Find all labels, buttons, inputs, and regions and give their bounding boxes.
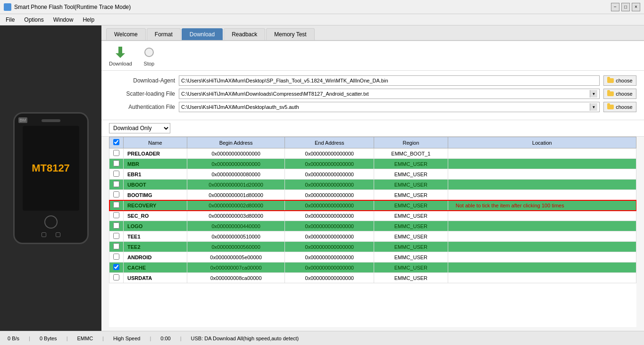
menu-file[interactable]: File — [2, 16, 18, 24]
svg-marker-1 — [116, 53, 125, 58]
row-end: 0x000000000000000 — [285, 211, 374, 221]
auth-dropdown-arrow[interactable]: ▼ — [590, 103, 597, 111]
row-checkbox-cell — [109, 169, 124, 180]
row-end: 0x000000000000000 — [285, 169, 374, 180]
download-button[interactable]: Download — [109, 45, 132, 66]
partition-table-area[interactable]: Name Begin Address End Address Region Lo… — [109, 137, 636, 327]
row-checkbox[interactable] — [113, 191, 119, 197]
table-row[interactable]: ANDROID0x0000000005e000000x0000000000000… — [109, 252, 636, 263]
scatter-label: Scatter-loading File — [109, 90, 175, 97]
bm-badge: BM — [18, 117, 28, 123]
table-row[interactable]: EBR10x0000000000800000x000000000000000EM… — [109, 169, 636, 180]
menu-help[interactable]: Help — [79, 16, 98, 24]
row-begin: 0x000000000510000 — [187, 231, 285, 242]
status-bytes: 0 Bytes — [40, 336, 57, 341]
table-header-row: Name Begin Address End Address Region Lo… — [109, 137, 636, 148]
row-name: EBR1 — [124, 169, 187, 180]
table-row[interactable]: LOGO0x0000000004400000x000000000000000EM… — [109, 221, 636, 231]
toolbar: Download Stop — [101, 41, 644, 71]
row-location — [448, 190, 636, 200]
row-checkbox[interactable] — [113, 274, 119, 280]
row-checkbox[interactable] — [113, 222, 119, 229]
row-end: 0x000000000000000 — [285, 159, 374, 169]
row-region: EMMC_USER — [374, 252, 448, 263]
menu-options[interactable]: Options — [20, 16, 47, 24]
row-checkbox[interactable] — [113, 160, 119, 166]
row-checkbox[interactable] — [113, 202, 119, 208]
row-begin: 0x000000000080000 — [187, 169, 285, 180]
table-row[interactable]: TEE20x0000000005600000x000000000000000EM… — [109, 242, 636, 252]
col-begin: Begin Address — [187, 137, 285, 148]
table-row[interactable]: PRELOADER0x0000000000000000x000000000000… — [109, 148, 636, 159]
row-checkbox[interactable] — [113, 212, 119, 218]
row-checkbox[interactable] — [113, 233, 119, 239]
row-begin: 0x0000000005e00000 — [187, 252, 285, 263]
table-row[interactable]: RECOVERY0x00000000002d800000x00000000000… — [109, 200, 636, 211]
stop-icon — [142, 45, 157, 60]
phone-nav-menu — [56, 232, 60, 237]
row-region: EMMC_USER — [374, 180, 448, 190]
partition-table: Name Begin Address End Address Region Lo… — [109, 137, 636, 283]
row-region: EMMC_USER — [374, 263, 448, 273]
row-end: 0x000000000000000 — [285, 263, 374, 273]
row-region: EMMC_USER — [374, 273, 448, 283]
stop-button[interactable]: Stop — [142, 45, 157, 66]
scatter-choose-button[interactable]: choose — [603, 89, 636, 99]
row-checkbox[interactable] — [113, 254, 119, 260]
minimize-button[interactable]: − — [611, 3, 619, 11]
tab-readback[interactable]: Readback — [224, 28, 265, 40]
row-region: EMMC_USER — [374, 190, 448, 200]
col-region: Region — [374, 137, 448, 148]
table-row[interactable]: CACHE0x000000007ca000000x000000000000000… — [109, 263, 636, 273]
table-row[interactable]: TEE10x0000000005100000x000000000000000EM… — [109, 231, 636, 242]
row-checkbox-cell — [109, 252, 124, 263]
download-agent-choose-button[interactable]: choose — [603, 75, 636, 86]
scatter-dropdown-arrow[interactable]: ▼ — [590, 90, 597, 98]
tab-bar: Welcome Format Download Readback Memory … — [101, 25, 644, 41]
row-checkbox-cell — [109, 273, 124, 283]
row-checkbox[interactable] — [113, 150, 119, 156]
close-button[interactable]: × — [632, 3, 640, 11]
choose-label-1: choose — [616, 78, 632, 83]
download-mode-select[interactable]: Download Only Firmware Upgrade Custom Do… — [109, 123, 170, 133]
table-row[interactable]: BOOTIMG0x00000000001d800000x000000000000… — [109, 190, 636, 200]
tab-download[interactable]: Download — [182, 28, 223, 40]
auth-choose-button[interactable]: choose — [603, 102, 636, 112]
auth-input[interactable]: C:\Users\KsHiTiJmAXiMum\Desktop\auth_sv5… — [179, 102, 600, 112]
phone-home-button — [44, 215, 58, 229]
svg-rect-0 — [118, 47, 122, 53]
tab-memory-test[interactable]: Memory Test — [266, 28, 314, 40]
download-agent-value: C:\Users\KsHiTiJmAXiMum\Desktop\SP_Flash… — [181, 78, 388, 83]
table-row[interactable]: SEC_RO0x00000000003d800000x0000000000000… — [109, 211, 636, 221]
tab-welcome[interactable]: Welcome — [106, 28, 146, 40]
row-checkbox[interactable] — [113, 181, 119, 187]
menu-window[interactable]: Window — [50, 16, 77, 24]
table-row[interactable]: USRDATA0x000000008ca000000x0000000000000… — [109, 273, 636, 283]
download-agent-input[interactable]: C:\Users\KsHiTiJmAXiMum\Desktop\SP_Flash… — [179, 75, 600, 86]
row-checkbox[interactable] — [113, 243, 119, 249]
row-begin: 0x000000000440000 — [187, 221, 285, 231]
table-row[interactable]: UBOOT0x00000000001d200000x00000000000000… — [109, 180, 636, 190]
row-location — [448, 180, 636, 190]
maximize-button[interactable]: □ — [621, 3, 630, 11]
error-message: Not able to tick the item after clicking… — [452, 203, 564, 208]
select-all-checkbox[interactable] — [113, 139, 119, 145]
row-checkbox[interactable] — [113, 171, 119, 177]
status-speed: 0 B/s — [8, 336, 19, 341]
row-end: 0x000000000000000 — [285, 148, 374, 159]
row-end: 0x000000000000000 — [285, 180, 374, 190]
scatter-input[interactable]: C:\Users\KsHiTiJmAXiMum\Downloads\Compre… — [179, 89, 600, 99]
scatter-value: C:\Users\KsHiTiJmAXiMum\Downloads\Compre… — [181, 91, 590, 97]
download-agent-row: Download-Agent C:\Users\KsHiTiJmAXiMum\D… — [109, 75, 636, 86]
table-row[interactable]: MBR0x0000000000000000x000000000000000EMM… — [109, 159, 636, 169]
row-checkbox[interactable] — [113, 264, 119, 270]
row-name: ANDROID — [124, 252, 187, 263]
row-checkbox-cell — [109, 242, 124, 252]
auth-file-row: Authentication File C:\Users\KsHiTiJmAXi… — [109, 102, 636, 112]
row-checkbox-cell — [109, 180, 124, 190]
row-name: CACHE — [124, 263, 187, 273]
row-name: RECOVERY — [124, 200, 187, 211]
row-checkbox-cell — [109, 221, 124, 231]
status-type: EMMC — [77, 336, 93, 341]
tab-format[interactable]: Format — [147, 28, 181, 40]
